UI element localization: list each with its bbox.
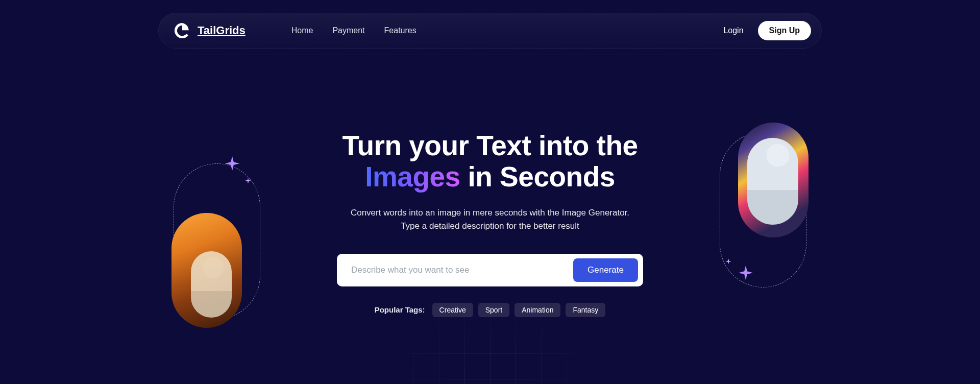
nav-item-payment[interactable]: Payment: [332, 26, 364, 35]
hero-subtitle: Convert words into an image in mere seco…: [347, 206, 633, 233]
prompt-bar: Generate: [337, 254, 643, 286]
sparkle-icon: [244, 178, 252, 185]
hero: Turn your Text into the Images in Second…: [301, 130, 679, 317]
navbar: TailGrids Home Payment Features Login Si…: [158, 13, 822, 49]
auth-group: Login Sign Up: [723, 21, 811, 40]
sparkle-icon: [224, 156, 241, 174]
hero-title-line1: Turn your Text into the: [342, 130, 638, 161]
navbar-divider: [174, 55, 806, 55]
decor-capsule-right: [720, 132, 806, 287]
generate-button[interactable]: Generate: [573, 258, 638, 282]
tag-fantasy[interactable]: Fantasy: [566, 303, 605, 317]
nav-item-home[interactable]: Home: [291, 26, 313, 35]
tags-row: Popular Tags: Creative Sport Animation F…: [301, 303, 679, 317]
brand-name: TailGrids: [198, 24, 246, 37]
decor-image-astronaut: [172, 213, 242, 328]
tag-creative[interactable]: Creative: [432, 303, 473, 317]
decor-capsule-left: [174, 163, 260, 319]
sparkle-icon: [725, 258, 732, 266]
tags-label: Popular Tags:: [375, 305, 425, 314]
vr-figure: [747, 138, 798, 225]
tag-animation[interactable]: Animation: [514, 303, 560, 317]
nav-item-features[interactable]: Features: [384, 26, 416, 35]
login-link[interactable]: Login: [723, 26, 743, 35]
prompt-input[interactable]: [351, 265, 573, 275]
hero-title-rest: in Seconds: [460, 161, 615, 193]
brand-logo[interactable]: TailGrids: [173, 21, 246, 40]
decor-image-vr: [738, 123, 808, 237]
hero-title: Turn your Text into the Images in Second…: [301, 130, 679, 192]
nav-links: Home Payment Features: [291, 26, 416, 35]
sparkle-icon: [737, 266, 754, 283]
tag-sport[interactable]: Sport: [478, 303, 509, 317]
logo-icon: [173, 21, 191, 40]
astronaut-figure: [191, 251, 232, 318]
hero-title-gradient: Images: [365, 161, 460, 193]
signup-button[interactable]: Sign Up: [758, 21, 811, 40]
